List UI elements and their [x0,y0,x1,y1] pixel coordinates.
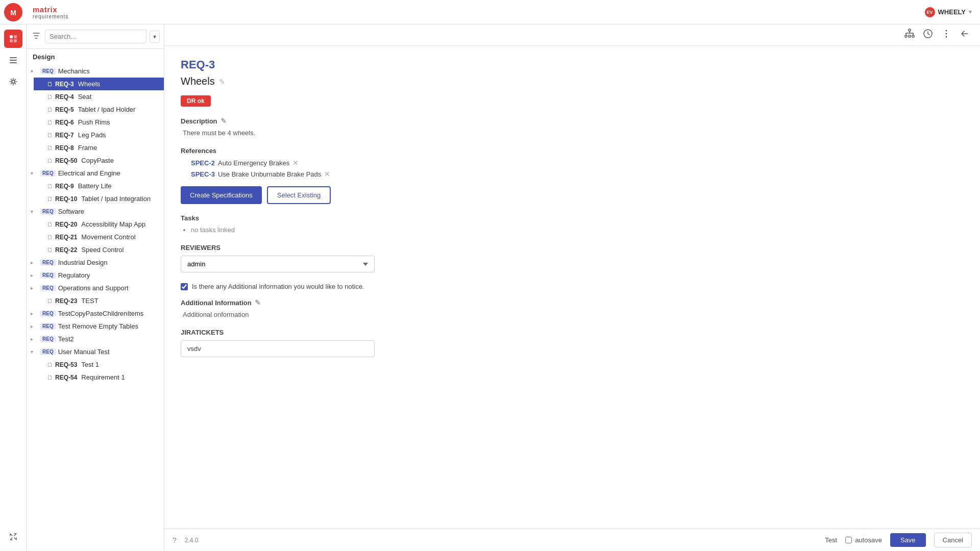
description-label: Description [181,117,217,125]
sidebar-group-usermanual[interactable]: ▾ REQ User Manual Test [27,345,164,358]
sidebar-item-req21[interactable]: 🗋 REQ-21 Movement Control [34,231,164,243]
left-icon-bar [0,24,27,551]
sidebar-item-req53[interactable]: 🗋 REQ-53 Test 1 [34,358,164,371]
cancel-button[interactable]: Cancel [934,533,972,547]
ref-remove-spec2[interactable]: ✕ [292,159,299,167]
help-icon[interactable]: ? [173,536,177,544]
ref-remove-spec3[interactable]: ✕ [324,170,330,178]
group-name: Test2 [58,335,160,343]
sidebar-item-req4[interactable]: 🗋 REQ-4 Seat [34,90,164,103]
description-edit-icon[interactable]: ✎ [220,117,227,125]
sidebar-group-operations[interactable]: ▸ REQ Operations and Support [27,282,164,294]
sidebar-group-electrical[interactable]: ▾ REQ Electrical and Engine [27,167,164,180]
sidebar-tree: ▾ REQ Mechanics 🗋 REQ-3 Wheels 🗋 REQ-4 [27,65,164,551]
doc-icon: 🗋 [47,157,53,164]
item-id: REQ-6 [55,119,74,126]
search-input[interactable] [45,30,146,43]
jira-label: JIRATICKETS [181,329,964,336]
wheely-avatar: EV [925,7,935,17]
item-name: Movement Control [81,233,160,241]
tasks-list: no tasks linked [181,226,964,234]
reference-item-2: SPEC-3 Use Brake Unburnable Brake Pads ✕ [191,170,964,178]
svg-rect-8 [10,62,17,63]
sidebar-item-req6[interactable]: 🗋 REQ-6 Push Rims [34,116,164,129]
ops-children: 🗋 REQ-23 TEST [27,294,164,307]
nav-expand-icon[interactable] [4,528,22,546]
req-badge: REQ [40,336,56,342]
references-list: SPEC-2 Auto Emergency Brakes ✕ SPEC-3 Us… [181,159,964,178]
sidebar-group-regulatory[interactable]: ▸ REQ Regulatory [27,269,164,282]
create-specifications-button[interactable]: Create Specifications [181,186,262,204]
references-section-title: References [181,147,964,155]
sidebar-item-req9[interactable]: 🗋 REQ-9 Battery Life [34,180,164,192]
svg-rect-13 [912,35,914,37]
sidebar-item-req10[interactable]: 🗋 REQ-10 Tablet / Ipad Integration [34,192,164,205]
item-name: Tablet / Ipad Holder [78,106,160,113]
hierarchy-icon[interactable] [904,29,915,41]
doc-icon: 🗋 [47,106,53,113]
more-options-icon[interactable] [941,29,951,41]
sidebar-item-req20[interactable]: 🗋 REQ-20 Accessibility Map App [34,218,164,231]
svg-point-15 [946,30,947,32]
sidebar-section-label: Design [27,49,164,65]
sidebar-item-req3[interactable]: 🗋 REQ-3 Wheels [34,78,164,90]
item-id: REQ-20 [55,221,77,228]
additional-info-edit-icon[interactable]: ✎ [255,298,261,307]
chevron-right-icon: ▸ [31,285,37,291]
tasks-label: Tasks [181,214,964,222]
svg-point-9 [12,80,15,83]
wheely-brand[interactable]: EV WHEELY ▾ [925,7,972,17]
chevron-right-icon: ▸ [31,336,37,342]
filter-icon[interactable] [31,30,42,43]
sidebar-group-testcopy[interactable]: ▸ REQ TestCopyPasteChildrenItems [27,307,164,320]
sidebar-item-req5[interactable]: 🗋 REQ-5 Tablet / Ipad Holder [34,103,164,116]
back-icon[interactable] [960,29,970,41]
sidebar-group-software[interactable]: ▾ REQ Software [27,205,164,218]
chevron-down-icon: ▾ [31,349,37,355]
svg-rect-4 [10,39,13,42]
sidebar-item-req50[interactable]: 🗋 REQ-50 CopyPaste [34,154,164,167]
sidebar-group-industrial[interactable]: ▸ REQ Industrial Design [27,256,164,269]
save-button[interactable]: Save [890,533,926,547]
svg-point-16 [946,33,947,35]
item-name: Accessibility Map App [81,220,160,228]
search-dropdown[interactable]: ▾ [150,31,160,43]
sidebar-item-req7[interactable]: 🗋 REQ-7 Leg Pads [34,129,164,141]
svg-rect-3 [14,35,17,38]
main-content: REQ-3 Wheels ✎ DR ok Description ✎ There… [164,24,980,551]
ref-link-spec2[interactable]: SPEC-2 [191,159,215,167]
ref-link-spec3[interactable]: SPEC-3 [191,170,215,178]
req-badge: REQ [40,310,56,317]
autosave-checkbox[interactable] [845,537,852,543]
svg-rect-2 [10,35,13,38]
nav-tools-icon[interactable] [4,72,22,91]
record-id: REQ-3 [181,58,964,71]
additional-checkbox[interactable] [181,283,188,290]
nav-list-icon[interactable] [4,51,22,69]
title-edit-icon[interactable]: ✎ [219,78,225,86]
sidebar-item-req22[interactable]: 🗋 REQ-22 Speed Control [34,243,164,256]
reviewers-select[interactable]: admin [181,256,375,272]
sidebar-item-req54[interactable]: 🗋 REQ-54 Requirement 1 [34,371,164,384]
sidebar-group-mechanics[interactable]: ▾ REQ Mechanics [27,65,164,78]
sidebar-group-testremove[interactable]: ▸ REQ Test Remove Empty Tables [27,320,164,333]
sidebar-item-req23[interactable]: 🗋 REQ-23 TEST [34,294,164,307]
history-icon[interactable] [923,29,933,41]
sidebar-item-req8[interactable]: 🗋 REQ-8 Frame [34,141,164,154]
env-label: Test [825,536,837,544]
item-name: Frame [78,144,160,152]
item-name: Battery Life [78,182,160,190]
sidebar-group-test2[interactable]: ▸ REQ Test2 [27,333,164,345]
doc-icon: 🗋 [47,361,53,368]
autosave-row: autosave [845,536,882,544]
spec-buttons-row: Create Specifications Select Existing [181,186,964,204]
footer-bar: ? 2.4.0 Test autosave Save Cancel [164,529,980,551]
references-label: References [181,147,216,155]
select-existing-button[interactable]: Select Existing [267,186,331,204]
nav-design-icon[interactable] [4,30,22,48]
record-title-row: Wheels ✎ [181,76,964,87]
jira-input[interactable] [181,340,375,357]
chevron-down-icon: ▾ [31,68,37,74]
svg-rect-10 [909,29,911,31]
svg-rect-6 [10,57,17,58]
